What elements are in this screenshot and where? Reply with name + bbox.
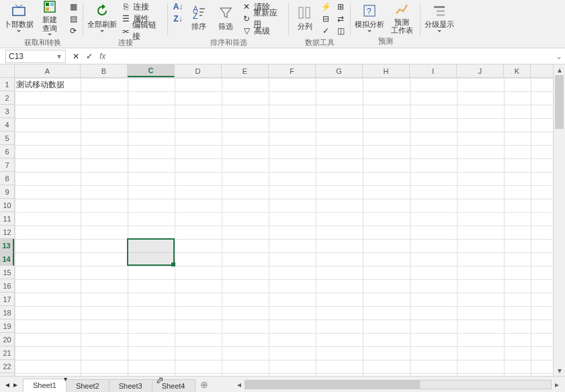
row-header-15[interactable]: 15 xyxy=(0,266,14,279)
row-header-19[interactable]: 19 xyxy=(0,320,14,333)
row-header-12[interactable]: 12 xyxy=(0,226,14,239)
hscroll-track[interactable] xyxy=(245,380,552,389)
fill-handle[interactable] xyxy=(171,262,175,266)
whatif-button[interactable]: ? 模拟分析 xyxy=(353,0,386,35)
row-header-2[interactable]: 2 xyxy=(0,91,14,105)
remove-dupes-button[interactable]: ⊟ xyxy=(321,13,331,24)
advanced-filter-button[interactable]: ▽高级 xyxy=(242,26,284,36)
show-queries-button[interactable]: ▦ xyxy=(69,1,78,12)
sheet-tab-sheet1[interactable]: Sheet1▾ xyxy=(23,379,67,392)
column-header-H[interactable]: H xyxy=(363,64,410,77)
sort-button[interactable]: AZ 排序 xyxy=(185,0,212,35)
new-query-button[interactable]: 新建 查询 xyxy=(34,0,66,35)
name-box[interactable]: C13 ▾ xyxy=(5,50,66,63)
column-header-G[interactable]: G xyxy=(316,64,363,77)
sort-asc-button[interactable]: A↓ xyxy=(173,1,183,12)
vertical-scrollbar[interactable]: ▴ ▾ xyxy=(553,64,565,376)
row-header-14[interactable]: 14 xyxy=(0,252,14,266)
manage-model-button[interactable]: ◫ xyxy=(336,26,345,36)
column-header-F[interactable]: F xyxy=(269,64,316,77)
column-header-D[interactable]: D xyxy=(175,64,222,77)
outline-button[interactable]: 分级显示 xyxy=(423,0,455,35)
reapply-button[interactable]: ↻重新应用 xyxy=(242,13,284,24)
scroll-down-button[interactable]: ▾ xyxy=(554,365,565,376)
dropdown-icon xyxy=(48,34,52,36)
cell-A1[interactable]: 测试移动数据 xyxy=(16,79,64,91)
svg-text:Z: Z xyxy=(193,11,198,20)
sort-desc-icon: Z↓ xyxy=(173,14,183,23)
sheet-tab-sheet3[interactable]: Sheet3 xyxy=(109,379,153,392)
external-data-button[interactable]: 卜部数据 xyxy=(4,0,34,35)
svg-rect-11 xyxy=(306,7,310,18)
vscroll-track[interactable] xyxy=(554,75,565,365)
ribbon-group-datatools: 分列 ⚡ ⊟ ✓ ⊞ ⇄ ◫ 数据工具 xyxy=(289,0,351,48)
select-all-corner[interactable] xyxy=(0,64,14,78)
cells-area[interactable]: 测试移动数据 xyxy=(15,78,553,376)
row-header-21[interactable]: 21 xyxy=(0,346,14,360)
formula-bar-row: C13 ▾ ✕ ✓ fx ⌄ xyxy=(0,48,565,64)
fx-icon[interactable]: fx xyxy=(99,52,105,61)
row-header-16[interactable]: 16 xyxy=(0,279,14,293)
row-header-5[interactable]: 5 xyxy=(0,132,14,145)
row-header-17[interactable]: 17 xyxy=(0,293,14,306)
row-header-1[interactable]: 1 xyxy=(0,78,14,91)
vscroll-thumb[interactable] xyxy=(555,75,564,129)
recent-sources-button[interactable]: ⟳ xyxy=(69,26,78,36)
tab-first-button[interactable]: ◂ xyxy=(4,380,11,389)
forecast-sheet-button[interactable]: 预测 工作表 xyxy=(386,0,418,35)
edit-links-button[interactable]: ⫘编辑链接 xyxy=(121,26,163,36)
column-header-B[interactable]: B xyxy=(81,64,128,77)
enter-formula-button[interactable]: ✓ xyxy=(86,52,93,61)
dropdown-icon xyxy=(367,30,372,32)
hscroll-thumb[interactable] xyxy=(245,381,420,389)
scroll-right-button[interactable]: ▸ xyxy=(552,380,562,389)
column-header-I[interactable]: I xyxy=(410,64,457,77)
new-sheet-button[interactable]: ⊕ xyxy=(195,379,214,390)
refresh-all-button[interactable]: 全部刷新 xyxy=(86,0,118,35)
row-header-9[interactable]: 9 xyxy=(0,185,14,199)
horizontal-scrollbar[interactable]: ◂ ▸ xyxy=(234,380,563,389)
row-header-20[interactable]: 20 xyxy=(0,333,14,346)
new-query-icon xyxy=(42,0,58,14)
row-header-18[interactable]: 18 xyxy=(0,306,14,320)
relationships-button[interactable]: ⇄ xyxy=(336,13,345,24)
row-header-4[interactable]: 4 xyxy=(0,118,14,132)
flash-fill-button[interactable]: ⚡ xyxy=(321,1,331,12)
dropdown-icon xyxy=(17,30,21,32)
expand-formula-bar-button[interactable]: ⌄ xyxy=(553,52,565,61)
refresh-label: 全部刷新 xyxy=(87,20,117,28)
sheet-tab-sheet2[interactable]: Sheet2 xyxy=(66,379,110,392)
row-header-13[interactable]: 13 xyxy=(0,239,14,252)
row-header-3[interactable]: 3 xyxy=(0,105,14,118)
model-icon: ◫ xyxy=(336,26,345,36)
text-to-columns-button[interactable]: 分列 xyxy=(292,0,318,35)
column-header-E[interactable]: E xyxy=(222,64,269,77)
chevron-down-icon[interactable]: ▾ xyxy=(56,52,62,61)
row-header-6[interactable]: 6 xyxy=(0,145,14,158)
column-header-A[interactable]: A xyxy=(15,64,81,77)
sort-desc-button[interactable]: Z↓ xyxy=(173,13,183,24)
from-table-button[interactable]: ▤ xyxy=(69,13,78,24)
column-header-K[interactable]: K xyxy=(504,64,531,77)
consolidate-button[interactable]: ⊞ xyxy=(336,1,345,12)
tab-last-button[interactable]: ▸ xyxy=(12,380,19,389)
row-header-11[interactable]: 11 xyxy=(0,212,14,226)
column-header-C[interactable]: C xyxy=(128,64,175,77)
svg-rect-14 xyxy=(434,6,445,8)
scroll-left-button[interactable]: ◂ xyxy=(234,380,245,389)
reapply-icon: ↻ xyxy=(242,14,251,23)
formula-input[interactable] xyxy=(115,50,553,63)
advanced-icon: ▽ xyxy=(242,26,251,36)
row-header-10[interactable]: 10 xyxy=(0,199,14,212)
column-header-J[interactable]: J xyxy=(457,64,504,77)
sheet-tab-sheet4[interactable]: Sheet4 xyxy=(152,379,195,392)
row-header-22[interactable]: 22 xyxy=(0,360,14,373)
row-header-8[interactable]: 8 xyxy=(0,172,14,185)
filter-button[interactable]: 筛选 xyxy=(212,0,239,35)
data-validation-button[interactable]: ✓ xyxy=(321,26,331,36)
external-data-label: 卜部数据 xyxy=(4,20,34,28)
scroll-up-button[interactable]: ▴ xyxy=(554,64,565,75)
row-header-7[interactable]: 7 xyxy=(0,158,14,172)
connections-button[interactable]: ⎘连接 xyxy=(121,1,163,12)
cancel-formula-button[interactable]: ✕ xyxy=(73,52,79,61)
